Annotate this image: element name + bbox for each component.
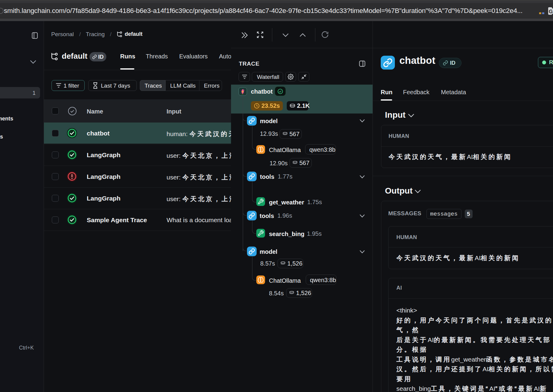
svg-text:G: G	[549, 9, 553, 14]
